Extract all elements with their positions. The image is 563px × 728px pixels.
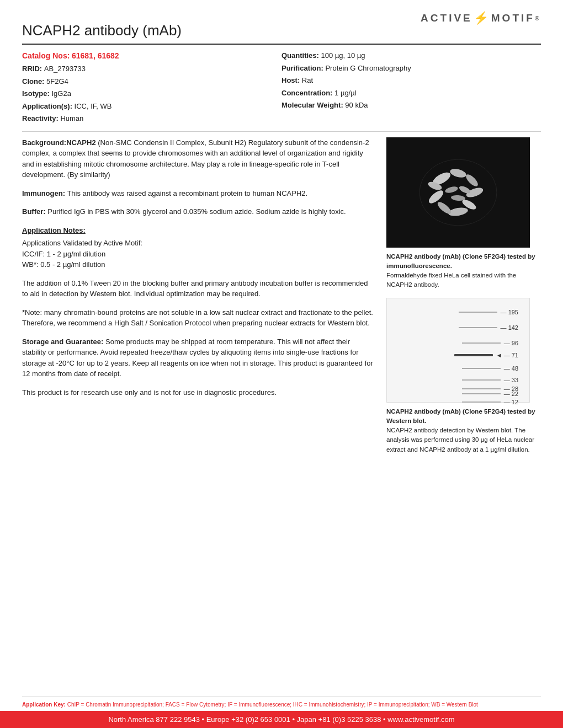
wb-band-line-12 [462, 402, 501, 403]
reactivity-label: Reactivity: [22, 114, 60, 122]
tween-note-section: The addition of 0.1% Tween 20 in the blo… [22, 278, 375, 299]
info-right: Quantities: 100 µg, 10 µg Purification: … [282, 50, 541, 126]
immunogen-section: Immunogen: This antibody was raised agai… [22, 188, 375, 199]
wb-band-48: — 48 [462, 365, 518, 372]
wb-band-71: ◄ — 71 [454, 352, 518, 358]
wb-band-195: — 195 [459, 309, 518, 315]
left-column: Background:NCAPH2 (Non-SMC Condensin II … [22, 137, 375, 462]
footer-contact: North America 877 222 9543 • Europe +32 … [0, 711, 563, 728]
wb-image: — 195 — 142 — 96 ◄ — 71 [386, 298, 530, 403]
wb-band-label-142: — 142 [501, 324, 518, 331]
immunogen-text: This antibody was raised against a recom… [65, 189, 307, 197]
wb-band-label-96: — 96 [504, 340, 518, 346]
salt-note-text: *Note: many chromatin-bound proteins are… [22, 308, 373, 328]
concentration-row: Concentration: 1 µg/µl [282, 88, 541, 99]
wb-band-line-71 [454, 354, 493, 356]
applications-label: Application(s): [22, 102, 75, 110]
app-notes-item-2: WB*: 0.5 - 2 µg/ml dilution [22, 259, 375, 270]
quantities-label: Quantities: [282, 51, 321, 60]
clone-label: Clone: [22, 77, 46, 85]
wb-band-22: — 22 [462, 390, 518, 397]
rrid-value: AB_2793733 [44, 65, 86, 73]
background-name: NCAPH2 [66, 138, 95, 147]
wb-band-label-22: — 22 [504, 390, 518, 397]
host-label: Host: [282, 76, 302, 84]
main-content: Background:NCAPH2 (Non-SMC Condensin II … [22, 137, 541, 462]
purification-value: Protein G Chromatography [325, 64, 411, 72]
rrid-row: RRID: AB_2793733 [22, 63, 282, 74]
svg-rect-0 [386, 137, 530, 248]
wb-band-label-48: — 48 [504, 365, 518, 372]
research-use-text: This product is for research use only an… [22, 388, 277, 397]
reactivity-value: Human [60, 114, 83, 122]
footer-key-text: ChIP = Chromatin Immunoprecipitation; FA… [67, 702, 478, 708]
footer-key: Application Key: ChIP = Chromatin Immuno… [22, 697, 541, 711]
clone-value: 5F2G4 [46, 77, 68, 85]
rrid-label: RRID: [22, 65, 44, 73]
wb-band-label-33: — 33 [504, 377, 518, 383]
wb-band-label-12: — 12 [504, 399, 518, 405]
concentration-value: 1 µg/µl [334, 89, 357, 97]
app-notes-section: Application Notes: Applications Validate… [22, 225, 375, 270]
right-column: NCAPH2 antibody (mAb) (Clone 5F2G4) test… [386, 137, 541, 462]
wb-bands: — 195 — 142 — 96 ◄ — 71 [408, 303, 518, 397]
wb-band-line-96 [462, 342, 501, 344]
page-title: NCAPH2 antibody (mAb) [22, 22, 541, 45]
wb-band-line-48 [462, 368, 501, 369]
storage-section: Storage and Guarantee: Some products may… [22, 336, 375, 379]
quantities-row: Quantities: 100 µg, 10 µg [282, 50, 541, 61]
logo-text-before: ACTIVE [421, 12, 472, 24]
wb-band-label-71: ◄ — 71 [496, 352, 518, 358]
quantities-value: 100 µg, 10 µg [321, 51, 365, 60]
catalog-label: Catalog Nos: [22, 51, 70, 60]
wb-band-line-33 [462, 379, 501, 381]
info-left: Catalog Nos: 61681, 61682 RRID: AB_27937… [22, 50, 282, 126]
if-image [386, 137, 530, 248]
wb-band-33: — 33 [462, 377, 518, 383]
app-notes-item-1: ICC/IF: 1 - 2 µg/ml dilution [22, 249, 375, 260]
wb-band-line-195 [459, 312, 497, 313]
molecular-weight-value: 90 kDa [345, 101, 368, 109]
isotype-label: Isotype: [22, 89, 51, 98]
catalog-row: Catalog Nos: 61681, 61682 [22, 50, 282, 62]
immunogen-label: Immunogen: [22, 189, 65, 197]
logo: ACTIVE ⚡ MOTIF ® [421, 11, 541, 25]
footer: Application Key: ChIP = Chromatin Immuno… [0, 686, 563, 728]
if-caption-bold: NCAPH2 antibody (mAb) (Clone 5F2G4) test… [386, 253, 535, 269]
wb-band-line-142 [459, 327, 497, 328]
buffer-section: Buffer: Purified IgG in PBS with 30% gly… [22, 206, 375, 217]
research-use-section: This product is for research use only an… [22, 387, 375, 398]
storage-label: Storage and Guarantee: [22, 338, 103, 346]
host-row: Host: Rat [282, 75, 541, 86]
wb-band-line-28 [462, 388, 501, 389]
purification-label: Purification: [282, 64, 325, 72]
purification-row: Purification: Protein G Chromatography [282, 63, 541, 74]
if-caption-text: Formaldehyde fixed HeLa cell stained wit… [386, 272, 516, 288]
info-grid: Catalog Nos: 61681, 61682 RRID: AB_27937… [22, 50, 541, 132]
logo-reg: ® [535, 15, 541, 22]
footer-key-label: Application Key: [22, 702, 66, 708]
wb-band-line-22 [462, 393, 501, 394]
app-notes-intro: Applications Validated by Active Motif: [22, 238, 375, 249]
footer-inner: Application Key: ChIP = Chromatin Immuno… [0, 697, 563, 711]
buffer-text: Purified IgG in PBS with 30% glycerol an… [46, 207, 346, 216]
molecular-weight-label: Molecular Weight: [282, 101, 345, 109]
wb-band-label-195: — 195 [501, 309, 518, 315]
if-image-caption: NCAPH2 antibody (mAb) (Clone 5F2G4) test… [386, 252, 541, 290]
wb-image-caption: NCAPH2 antibody (mAb) (Clone 5F2G4) test… [386, 407, 541, 454]
background-section: Background:NCAPH2 (Non-SMC Condensin II … [22, 137, 375, 180]
applications-value: ICC, IF, WB [75, 102, 112, 110]
if-image-svg [386, 137, 530, 248]
wb-band-142: — 142 [459, 324, 518, 331]
tween-note-text: The addition of 0.1% Tween 20 in the blo… [22, 279, 368, 298]
host-value: Rat [302, 76, 313, 84]
applications-row: Application(s): ICC, IF, WB [22, 101, 282, 112]
wb-band-12: — 12 [462, 399, 518, 405]
wb-caption-text: NCAPH2 antibody detection by Western blo… [386, 427, 534, 453]
isotype-row: Isotype: IgG2a [22, 88, 282, 99]
molecular-weight-row: Molecular Weight: 90 kDa [282, 100, 541, 111]
wb-caption-bold: NCAPH2 antibody (mAb) (Clone 5F2G4) test… [386, 408, 535, 424]
logo-text-after: MOTIF [491, 12, 535, 24]
logo-lightning-icon: ⚡ [474, 11, 490, 25]
background-label: Background: [22, 138, 66, 147]
